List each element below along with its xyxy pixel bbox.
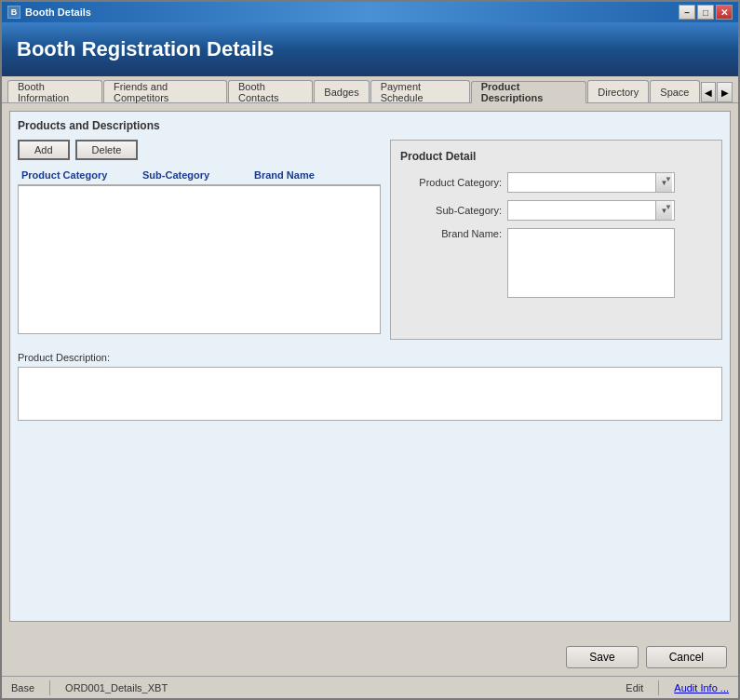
sub-category-select[interactable]: ▼ <box>507 200 675 221</box>
main-layout: Add Delete Product Category Sub-Category… <box>18 140 722 344</box>
tab-product-descriptions[interactable]: Product Descriptions <box>471 81 587 103</box>
status-bar: Base ORD001_Details_XBT Edit Audit Info … <box>2 676 738 698</box>
brand-name-row: Brand Name: <box>400 228 712 298</box>
record-id: ORD001_Details_XBT <box>65 682 168 693</box>
col-product-category: Product Category <box>18 168 139 182</box>
product-category-select[interactable]: ▼ <box>507 172 675 193</box>
header-bar: Booth Registration Details <box>2 22 738 76</box>
tab-friends-competitors[interactable]: Friends and Competitors <box>103 80 227 102</box>
col-sub-category: Sub-Category <box>139 168 250 182</box>
left-panel: Add Delete Product Category Sub-Category… <box>18 140 381 344</box>
footer-buttons: Save Cancel <box>2 639 738 676</box>
section-title: Products and Descriptions <box>18 119 722 132</box>
base-label: Base <box>11 682 34 693</box>
product-category-row: Product Category: ▼ <box>400 172 712 193</box>
product-detail-box: Product Detail Product Category: ▼ <box>390 140 722 340</box>
brand-name-label: Brand Name: <box>400 228 507 239</box>
col-brand-name: Brand Name <box>250 168 362 182</box>
status-sep-2 <box>658 680 659 695</box>
brand-name-textarea[interactable] <box>507 228 675 298</box>
table-header: Product Category Sub-Category Brand Name <box>18 166 381 185</box>
title-bar-text: B Booth Details <box>7 6 91 19</box>
minimize-button[interactable]: – <box>679 5 695 20</box>
sub-category-arrow: ▼ <box>655 201 672 220</box>
desc-textarea[interactable] <box>18 367 722 421</box>
tab-booth-contacts[interactable]: Booth Contacts <box>228 80 313 102</box>
app-icon: B <box>7 6 20 19</box>
title-bar: B Booth Details – □ ✕ <box>2 2 738 22</box>
save-button[interactable]: Save <box>566 646 638 668</box>
content-area: Products and Descriptions Add Delete Pro… <box>2 103 738 639</box>
tabs-bar: Booth Information Friends and Competitor… <box>2 76 738 103</box>
product-category-select-wrapper: ▼ <box>507 172 675 193</box>
page-title: Booth Registration Details <box>17 37 274 61</box>
tab-booth-information[interactable]: Booth Information <box>7 80 102 102</box>
product-category-arrow: ▼ <box>655 173 672 192</box>
main-window: B Booth Details – □ ✕ Booth Registration… <box>0 0 740 700</box>
audit-info-link[interactable]: Audit Info ... <box>674 682 729 693</box>
edit-label: Edit <box>626 682 643 693</box>
maximize-button[interactable]: □ <box>697 5 714 20</box>
desc-section: Product Description: <box>18 352 722 424</box>
close-button[interactable]: ✕ <box>716 5 733 20</box>
toolbar: Add Delete <box>18 140 381 160</box>
desc-label: Product Description: <box>18 352 722 363</box>
tab-payment-schedule[interactable]: Payment Schedule <box>370 80 470 102</box>
right-panel: Product Detail Product Category: ▼ <box>390 140 722 344</box>
tab-directory[interactable]: Directory <box>587 80 649 102</box>
tab-scroll-left[interactable]: ◀ <box>701 82 717 102</box>
product-category-label: Product Category: <box>400 177 507 188</box>
status-sep-1 <box>49 680 50 695</box>
window-controls: – □ ✕ <box>679 5 733 20</box>
tab-space[interactable]: Space <box>650 80 699 102</box>
delete-button[interactable]: Delete <box>75 140 139 160</box>
add-button[interactable]: Add <box>18 140 70 160</box>
sub-category-label: Sub-Category: <box>400 205 507 216</box>
tab-scroll-right[interactable]: ▶ <box>717 82 733 102</box>
cancel-button[interactable]: Cancel <box>646 646 727 668</box>
tab-badges[interactable]: Badges <box>314 80 369 102</box>
sub-category-select-wrapper: ▼ <box>507 200 675 221</box>
sub-category-row: Sub-Category: ▼ <box>400 200 712 221</box>
products-table[interactable] <box>18 185 381 334</box>
product-detail-title: Product Detail <box>400 150 712 163</box>
products-section: Products and Descriptions Add Delete Pro… <box>9 111 731 622</box>
window-title: Booth Details <box>25 7 91 18</box>
